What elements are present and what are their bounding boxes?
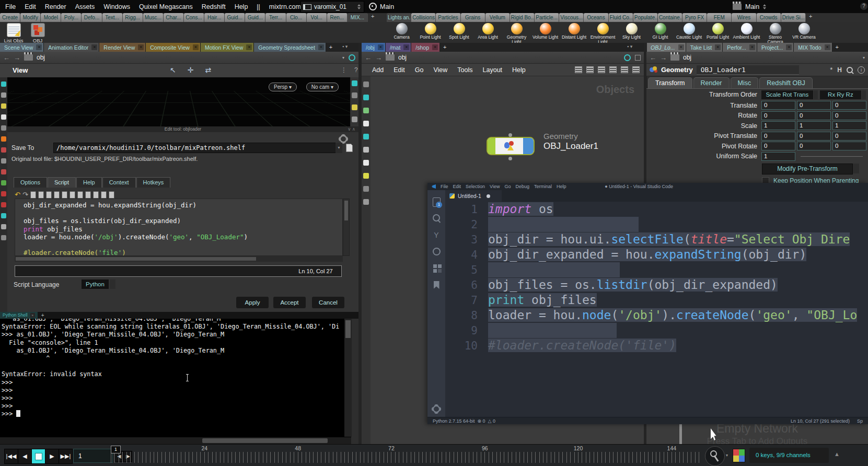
shelf-tab-wires[interactable]: Wires — [732, 13, 756, 22]
channel-editor-icon[interactable] — [733, 449, 745, 462]
dialog-tab-hotkeys[interactable]: Hotkeys — [136, 177, 171, 188]
pane-tab-render-view[interactable]: Render View× — [99, 43, 146, 52]
vscode-menu-view[interactable]: View — [490, 184, 500, 189]
tool-area-light[interactable]: Area Light — [473, 22, 502, 43]
translate-field[interactable]: 0 — [761, 101, 795, 110]
viewport-path[interactable]: obj — [37, 54, 45, 61]
menu-item-windows[interactable]: Windows — [103, 3, 130, 10]
file-chooser-icon[interactable] — [346, 144, 353, 152]
shelf-add-tab-left[interactable]: + — [371, 13, 374, 19]
paste-icon[interactable] — [46, 191, 52, 199]
search-icon[interactable] — [54, 191, 60, 199]
vscode-menu-edit[interactable]: Edit — [453, 184, 461, 189]
play-button[interactable]: ▶ — [45, 449, 59, 464]
viewport-tool-icon[interactable] — [1, 92, 6, 98]
forward-icon[interactable]: → — [14, 54, 20, 62]
close-icon[interactable]: × — [749, 44, 755, 50]
console-hscrollbar[interactable] — [0, 437, 351, 445]
pane-tab-motion-fx-view[interactable]: Motion FX View× — [201, 43, 254, 52]
search-icon[interactable] — [847, 67, 853, 73]
node-flag-left[interactable] — [488, 138, 495, 154]
param-tab-transform[interactable]: Transform — [648, 77, 692, 89]
path-dropdown-icon[interactable]: ▾ — [863, 55, 865, 60]
shelf-tab-guid[interactable]: Guid... — [225, 13, 245, 22]
pane-controls-left[interactable]: ▪ ▾ — [342, 44, 348, 49]
spinner-icon[interactable] — [862, 90, 866, 99]
slider-track[interactable] — [801, 156, 863, 157]
info-icon[interactable]: i — [858, 66, 865, 74]
close-icon[interactable]: × — [91, 44, 97, 50]
shelf-tab-hair[interactable]: Hair... — [204, 13, 225, 22]
shelf-tab-cons[interactable]: Cons... — [184, 13, 204, 22]
vscode-menu-help[interactable]: Help — [557, 184, 566, 189]
menu-item-render[interactable]: Render — [45, 3, 66, 10]
console-scrollbar[interactable] — [344, 319, 352, 437]
pane-tab-scene-view[interactable]: Scene View× — [0, 43, 44, 52]
undo-icon[interactable]: ↶ — [15, 191, 20, 199]
tool-distant-light[interactable]: Distant Light — [560, 22, 588, 43]
pane-tab-mat[interactable]: /mat× — [386, 43, 411, 52]
indent-icon[interactable] — [70, 191, 75, 199]
close-icon[interactable]: × — [678, 44, 684, 50]
close-icon[interactable]: × — [715, 44, 721, 50]
menu-item-assets[interactable]: Assets — [75, 3, 95, 10]
script-language-select[interactable]: Python — [82, 279, 109, 289]
vscode-editor[interactable]: 1import os2 3obj_dir = hou.ui.selectFile… — [445, 202, 868, 417]
add-pane-tab[interactable]: + — [326, 43, 335, 52]
shelf-tab-populate[interactable]: Populate... — [633, 13, 658, 22]
script-editor-scrollbar[interactable] — [343, 199, 350, 256]
dialog-tab-script[interactable]: Script — [48, 177, 76, 188]
close-icon[interactable]: × — [786, 44, 792, 50]
shelf-tab-containe[interactable]: Containe... — [658, 13, 682, 22]
vscode-menu-go[interactable]: Go — [504, 184, 511, 189]
network-tool-icon[interactable] — [363, 108, 369, 113]
shelf-tab-musc[interactable]: Musc... — [143, 13, 164, 22]
gear-icon[interactable]: * — [830, 66, 832, 74]
add-pane-tab[interactable]: + — [832, 43, 842, 52]
network-menu-tools[interactable]: Tools — [457, 66, 472, 74]
shelf-tab-model[interactable]: Model — [41, 13, 61, 22]
pivot-translate-field[interactable]: 0 — [797, 132, 831, 141]
back-icon[interactable]: ← — [365, 54, 372, 62]
network-menu-view[interactable]: View — [433, 66, 447, 74]
display-option-icon[interactable] — [352, 92, 357, 98]
replace-icon[interactable] — [62, 191, 67, 199]
vscode-menu-selection[interactable]: Selection — [466, 184, 485, 189]
pane-tab-animation-editor[interactable]: Animation Editor× — [44, 43, 99, 52]
network-tool-icon[interactable] — [363, 81, 369, 87]
tool-stereo-camera[interactable]: Stereo Camera — [761, 22, 790, 43]
tool-volume-light[interactable]: Volume Light — [531, 22, 560, 43]
pivot-rotate-field[interactable]: 0 — [761, 142, 795, 150]
persp-view-button[interactable]: Persp ▾ — [269, 83, 297, 91]
script-language-spinner[interactable] — [110, 279, 115, 289]
network-menu-help[interactable]: Help — [512, 66, 526, 74]
display-option-icon[interactable] — [352, 80, 357, 86]
translate-field[interactable]: 0 — [797, 101, 831, 110]
pane-tab-perfor[interactable]: Perfor...× — [723, 43, 757, 52]
collapse-icons[interactable]: ∨ ∧ — [348, 126, 355, 132]
network-tool-icon[interactable] — [363, 95, 369, 100]
tool-gi-light[interactable]: GI Light — [646, 22, 675, 43]
viewport-tool-icon[interactable] — [1, 180, 6, 185]
uncomment-icon[interactable] — [101, 191, 107, 199]
shelf-tab-lights-an[interactable]: Lights an... — [387, 13, 411, 22]
node-input-dot[interactable] — [508, 133, 512, 137]
stop-button[interactable] — [31, 449, 45, 464]
shelf-tab-rigid-bo[interactable]: Rigid Bo... — [510, 13, 535, 22]
forward-icon[interactable]: → — [660, 54, 667, 62]
tool-ambient-light[interactable]: Ambient Light — [732, 22, 761, 43]
rotate-field[interactable]: 0 — [832, 111, 866, 120]
network-tool-icon[interactable] — [363, 186, 369, 192]
close-icon[interactable]: × — [138, 44, 144, 50]
extensions-icon[interactable] — [432, 264, 441, 273]
play-reverse-button[interactable]: ◀ — [18, 449, 32, 464]
forward-icon[interactable]: → — [375, 54, 382, 62]
viewport-tool-icon[interactable] — [1, 158, 6, 164]
scale-field[interactable]: 1 — [761, 121, 795, 130]
network-tool-icon[interactable] — [363, 199, 369, 205]
tool-geometry-light[interactable]: Geometry Light — [502, 22, 531, 43]
save-to-field[interactable]: /home/varomix/houdini17.0/toolbar/mixPat… — [53, 143, 341, 153]
viewport-tool-icon[interactable] — [1, 202, 6, 207]
viewport-tool-icon[interactable] — [1, 136, 6, 142]
tool-vr-camera[interactable]: VR Camera — [790, 22, 818, 43]
